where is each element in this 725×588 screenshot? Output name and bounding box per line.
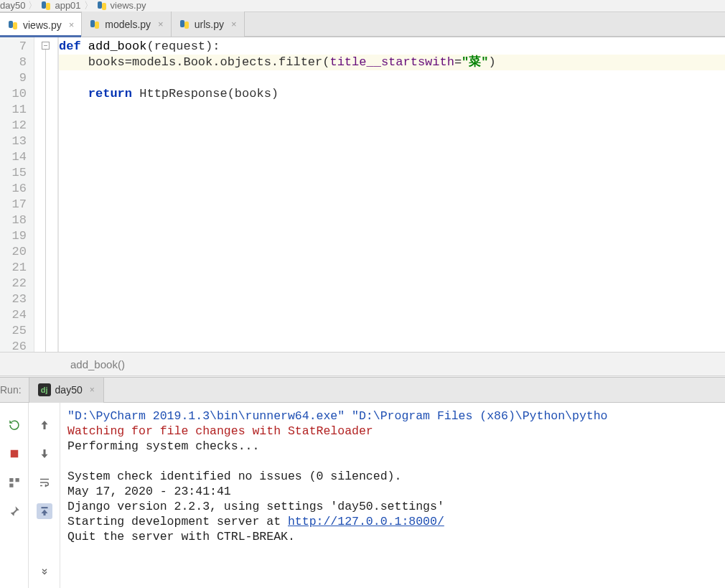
code-line[interactable] <box>59 213 725 228</box>
console-line: Django version 2.2.3, using settings 'da… <box>67 499 725 514</box>
fold-toggle-icon[interactable] <box>42 42 50 50</box>
pin-icon[interactable] <box>6 503 22 519</box>
close-icon[interactable]: × <box>90 385 95 395</box>
console-line: Performing system checks... <box>67 439 725 454</box>
fold-strip[interactable] <box>34 37 59 352</box>
console-line <box>67 454 725 469</box>
soft-wrap-icon[interactable] <box>37 475 52 490</box>
console-line: May 17, 2020 - 23:41:41 <box>67 484 725 499</box>
breadcrumb-sep: 〉 <box>28 0 37 11</box>
code-line[interactable] <box>59 118 725 134</box>
python-icon <box>40 0 52 11</box>
python-icon <box>179 19 190 30</box>
code-line[interactable] <box>59 323 725 339</box>
run-tab-label: day50 <box>55 384 83 396</box>
line-number: 21 <box>0 260 34 276</box>
down-arrow-icon[interactable] <box>37 446 52 462</box>
tab-views[interactable]: views.py × <box>0 12 82 37</box>
console-line: Starting development server at http://12… <box>67 514 725 529</box>
code-line[interactable] <box>59 149 725 165</box>
console-line: "D:\PyCharm 2019.1.3\bin\runnerw64.exe" … <box>67 409 725 424</box>
line-number: 10 <box>0 86 34 102</box>
line-number: 17 <box>0 197 34 213</box>
tab-models[interactable]: models.py × <box>82 11 171 37</box>
member-breadcrumb[interactable]: add_book() <box>0 352 725 376</box>
svg-rect-3 <box>9 484 13 487</box>
line-number: 26 <box>0 339 34 355</box>
tab-urls[interactable]: urls.py × <box>172 11 245 37</box>
tab-label: urls.py <box>195 19 224 30</box>
svg-rect-0 <box>10 450 18 458</box>
code-line[interactable] <box>59 228 725 244</box>
tab-label: views.py <box>23 19 62 31</box>
breadcrumb-item[interactable]: app01 <box>40 0 80 11</box>
line-number: 11 <box>0 102 34 118</box>
close-icon[interactable]: × <box>69 19 75 30</box>
python-icon <box>7 19 19 31</box>
python-icon <box>96 0 108 11</box>
svg-rect-2 <box>15 478 19 482</box>
django-icon: dj <box>38 383 51 396</box>
code-area[interactable]: def add_book(request): books=models.Book… <box>59 37 725 352</box>
code-line[interactable]: books=models.Book.objects.filter(title__… <box>59 55 725 70</box>
line-number: 25 <box>0 323 34 339</box>
close-icon[interactable]: × <box>158 19 164 29</box>
tab-label: models.py <box>105 19 151 30</box>
line-number: 16 <box>0 181 34 197</box>
member-label: add_book() <box>70 358 125 370</box>
console-line: Quit the server with CTRL-BREAK. <box>67 529 725 544</box>
stop-icon[interactable] <box>6 446 22 462</box>
code-line[interactable]: def add_book(request): <box>59 39 725 55</box>
console-line: System check identified no issues (0 sil… <box>67 469 725 484</box>
code-line[interactable] <box>59 102 725 118</box>
line-number: 24 <box>0 307 34 323</box>
layout-icon[interactable] <box>6 475 22 490</box>
line-number: 8 <box>0 55 34 70</box>
close-icon[interactable]: × <box>231 19 237 29</box>
editor[interactable]: 7891011121314151617181920212223242526 de… <box>0 37 725 352</box>
more-icon[interactable] <box>37 565 52 581</box>
python-icon <box>89 19 100 30</box>
run-toolwindow-header: Run: dj day50 × <box>0 377 725 403</box>
line-number: 13 <box>0 134 34 149</box>
editor-tabs: views.py × models.py × urls.py × <box>0 11 725 37</box>
code-line[interactable]: return HttpResponse(books) <box>59 86 725 102</box>
rerun-icon[interactable] <box>6 417 22 433</box>
code-line[interactable] <box>59 244 725 260</box>
line-number: 19 <box>0 228 34 244</box>
line-number: 15 <box>0 165 34 181</box>
server-url-link[interactable]: http://127.0.0.1:8000/ <box>288 515 444 528</box>
line-number: 7 <box>0 39 34 55</box>
breadcrumb-sep: 〉 <box>84 0 93 11</box>
up-arrow-icon[interactable] <box>37 417 52 433</box>
line-gutter: 7891011121314151617181920212223242526 <box>0 37 34 352</box>
line-number: 14 <box>0 149 34 165</box>
line-number: 12 <box>0 118 34 134</box>
code-line[interactable] <box>59 181 725 197</box>
code-line[interactable] <box>59 276 725 291</box>
code-line[interactable] <box>59 307 725 323</box>
line-number: 22 <box>0 276 34 291</box>
run-label: Run: <box>0 384 29 396</box>
line-number: 23 <box>0 291 34 307</box>
line-number: 18 <box>0 213 34 228</box>
code-line[interactable] <box>59 70 725 86</box>
console-output[interactable]: "D:\PyCharm 2019.1.3\bin\runnerw64.exe" … <box>60 403 725 588</box>
code-line[interactable] <box>59 260 725 276</box>
scroll-to-end-icon[interactable] <box>37 503 52 519</box>
code-line[interactable] <box>59 134 725 149</box>
code-line[interactable] <box>59 339 725 352</box>
console-line: Watching for file changes with StatReloa… <box>67 424 725 439</box>
code-line[interactable] <box>59 197 725 213</box>
svg-rect-1 <box>9 478 13 482</box>
code-line[interactable] <box>59 291 725 307</box>
breadcrumb-item[interactable]: day50 <box>0 0 25 11</box>
line-number: 9 <box>0 70 34 86</box>
run-tab[interactable]: dj day50 × <box>29 378 104 403</box>
breadcrumb: day50 〉 app01 〉 views.py <box>0 0 725 11</box>
line-number: 20 <box>0 244 34 260</box>
run-toolwindow: "D:\PyCharm 2019.1.3\bin\runnerw64.exe" … <box>0 403 725 588</box>
breadcrumb-item[interactable]: views.py <box>96 0 146 11</box>
code-line[interactable] <box>59 165 725 181</box>
run-console-toolbar <box>29 403 60 588</box>
